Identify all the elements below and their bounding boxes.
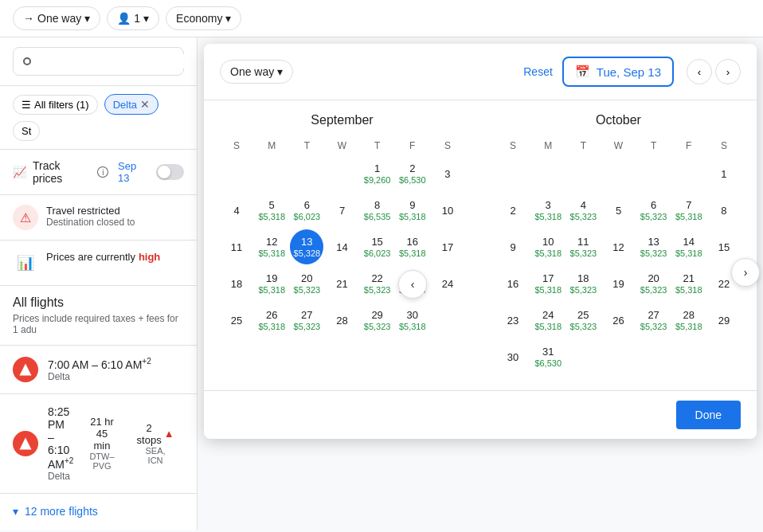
oct-day-20[interactable]: 20$5,323 (637, 266, 671, 301)
oct-day-11[interactable]: 11$5,323 (566, 229, 600, 264)
oct-day-21[interactable]: 21$5,318 (672, 266, 706, 301)
oct-day-24[interactable]: 24$5,318 (531, 303, 565, 338)
selected-date-input[interactable]: 📅 Tue, Sep 13 (562, 57, 674, 87)
sep-day-24[interactable]: 24 (431, 266, 464, 301)
all-flights-title: All flights (13, 295, 184, 310)
oct-day-13[interactable]: 13$5,323 (637, 229, 671, 264)
oct-day-1[interactable]: 1 (707, 156, 741, 191)
sep-day-17[interactable]: 17 (431, 229, 464, 264)
oct-day-26[interactable]: 26 (601, 303, 635, 338)
sep-day-12[interactable]: 12$5,318 (255, 229, 288, 264)
oct-day-18[interactable]: 18$5,323 (566, 266, 600, 301)
oct-day-3[interactable]: 3$5,318 (531, 193, 565, 228)
oct-day-5[interactable]: 5 (601, 193, 635, 228)
more-flights-row[interactable]: ▾ 12 more flights (0, 493, 197, 529)
passengers-label: 1 (134, 12, 140, 25)
oct-day-2[interactable]: 2 (496, 193, 530, 228)
oct-day-12[interactable]: 12 (601, 229, 635, 264)
sep-empty-1 (220, 156, 253, 191)
flight-2-stops-info: 2 stops ▲ SEA, ICN (137, 422, 174, 465)
date-prev-button[interactable]: ‹ (687, 59, 712, 84)
arrow-icon: → (23, 12, 34, 25)
sep-day-1[interactable]: 1$9,260 (361, 156, 394, 191)
sep-day-15[interactable]: 15$6,023 (361, 229, 394, 264)
main-content: Detroit DTW ☰ All filters (1) Delta ✕ St… (0, 37, 763, 530)
flight-2-duration: 21 hr 45 min (89, 416, 114, 452)
oct-day-8[interactable]: 8 (707, 193, 741, 228)
search-field[interactable]: Detroit DTW (13, 47, 184, 76)
sep-day-11[interactable]: 11 (220, 229, 253, 264)
sep-day-27[interactable]: 27$5,323 (290, 303, 323, 338)
oct-day-23[interactable]: 23 (496, 303, 530, 338)
chevron-down-icon3: ▾ (225, 12, 231, 25)
close-icon[interactable]: ✕ (140, 98, 150, 111)
all-filters-button[interactable]: ☰ All filters (1) (13, 95, 98, 115)
delta-filter-button[interactable]: Delta ✕ (104, 94, 158, 115)
prices-label: Prices are currently (46, 251, 135, 263)
delta-filter-label: Delta (113, 99, 137, 111)
sep-day-4[interactable]: 4 (220, 193, 253, 228)
prices-high-text: Prices are currently high (46, 250, 160, 263)
search-input[interactable]: Detroit DTW (37, 54, 197, 68)
sep-day-26[interactable]: 26$5,318 (255, 303, 288, 338)
oct-day-9[interactable]: 9 (496, 229, 530, 264)
track-prices-toggle[interactable] (156, 164, 184, 180)
oct-day-27[interactable]: 27$5,323 (637, 303, 671, 338)
oct-dow-t2: T (637, 137, 671, 155)
sep-day-13[interactable]: 13$5,328 (290, 229, 323, 264)
done-button[interactable]: Done (676, 401, 741, 429)
sep-day-18[interactable]: 18 (220, 266, 253, 301)
passengers-button[interactable]: 👤 1 ▾ (107, 6, 159, 30)
selected-date-label: Tue, Sep 13 (597, 65, 661, 79)
sep-day-10[interactable]: 10 (431, 193, 464, 228)
oct-day-10[interactable]: 10$5,318 (531, 229, 565, 264)
sep-day-14[interactable]: 14 (325, 229, 358, 264)
flight-2-route: DTW–PVG (89, 452, 114, 471)
oct-day-29[interactable]: 29 (707, 303, 741, 338)
oct-day-15[interactable]: 15 (707, 229, 741, 264)
sep-day-20[interactable]: 20$5,323 (290, 266, 323, 301)
oct-day-7[interactable]: 7$5,318 (672, 193, 706, 228)
sep-day-3[interactable]: 3 (431, 156, 464, 191)
sep-day-25[interactable]: 25 (220, 303, 253, 338)
oct-day-31[interactable]: 31$6,530 (531, 339, 565, 374)
price-chart-icon: 📊 (13, 250, 38, 276)
oct-day-17[interactable]: 17$5,318 (531, 266, 565, 301)
flight-card-2[interactable]: 8:25 PM – 6:10 AM+2 Delta 21 hr 45 min D… (0, 393, 197, 493)
oct-day-4[interactable]: 4$5,323 (566, 193, 600, 228)
flight-card-1[interactable]: 7:00 AM – 6:10 AM+2 Delta (0, 345, 197, 393)
sep-day-8[interactable]: 8$6,535 (361, 193, 394, 228)
sep-day-21[interactable]: 21 (325, 266, 358, 301)
sep-day-7[interactable]: 7 (325, 193, 358, 228)
sep-day-6[interactable]: 6$6,023 (290, 193, 323, 228)
sep-day-30[interactable]: 30$5,318 (396, 303, 429, 338)
oct-day-28[interactable]: 28$5,318 (672, 303, 706, 338)
calendar-prev-arrow[interactable]: ‹ (398, 270, 427, 299)
date-next-button[interactable]: › (715, 59, 741, 84)
oct-day-25[interactable]: 25$5,323 (566, 303, 600, 338)
calendar-trip-type[interactable]: One way ▾ (220, 60, 293, 84)
oct-day-16[interactable]: 16 (496, 266, 530, 301)
person-icon: 👤 (117, 12, 131, 25)
oct-day-19[interactable]: 19 (601, 266, 635, 301)
oct-day-6[interactable]: 6$5,323 (637, 193, 671, 228)
sep-day-16[interactable]: 16$5,318 (396, 229, 429, 264)
calendar-reset-button[interactable]: Reset (523, 65, 553, 78)
sep-day-19[interactable]: 19$5,318 (255, 266, 288, 301)
trip-type-button[interactable]: → One way ▾ (13, 6, 100, 30)
sep-day-9[interactable]: 9$5,318 (396, 193, 429, 228)
sep-day-29[interactable]: 29$5,323 (361, 303, 394, 338)
oct-dow-w: W (601, 137, 635, 155)
sep-day-2[interactable]: 2$6,530 (396, 156, 429, 191)
sep-day-5[interactable]: 5$5,318 (255, 193, 288, 228)
oct-day-30[interactable]: 30 (496, 339, 530, 374)
oct-empty-end-4 (672, 339, 706, 374)
sep-day-28[interactable]: 28 (325, 303, 358, 338)
sep-day-22[interactable]: 22$5,323 (361, 266, 394, 301)
flight-2-info: 8:25 PM – 6:10 AM+2 Delta (48, 405, 73, 482)
info-icon[interactable]: i (97, 166, 108, 178)
stops-filter-button[interactable]: St (13, 121, 40, 141)
calendar-next-arrow[interactable]: › (731, 258, 760, 287)
oct-day-14[interactable]: 14$5,318 (672, 229, 706, 264)
cabin-button[interactable]: Economy ▾ (166, 6, 241, 30)
